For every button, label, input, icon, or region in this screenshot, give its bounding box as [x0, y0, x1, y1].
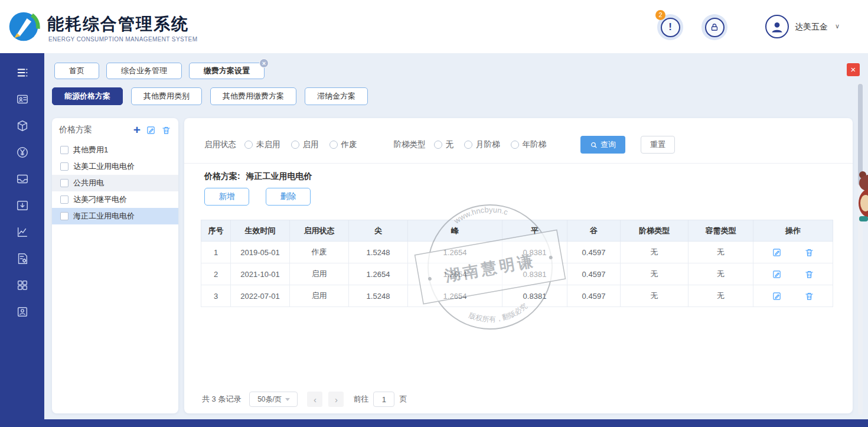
currency-icon[interactable] [0, 139, 44, 165]
table-cell: 0.8381 [502, 263, 567, 285]
delete-row-button[interactable] [804, 291, 814, 301]
lock-button[interactable] [701, 14, 727, 40]
column-header: 启用状态 [290, 220, 349, 242]
checkbox[interactable] [60, 162, 68, 171]
column-header: 谷 [567, 220, 621, 242]
menu-icon[interactable] [0, 59, 44, 86]
edit-row-button[interactable] [772, 291, 782, 301]
add-plan-button[interactable]: + [133, 125, 141, 135]
app-title: 能耗综合管理系统 [47, 13, 189, 35]
checkbox[interactable] [60, 195, 68, 204]
download-icon[interactable] [0, 192, 44, 219]
ladder-filter-label: 阶梯类型 [394, 139, 426, 150]
radio-icon [291, 141, 299, 149]
package-icon[interactable] [0, 112, 44, 139]
sub-tab-2[interactable]: 其他费用类别 [131, 87, 202, 105]
edit-plan-button[interactable] [146, 125, 156, 135]
edit-row-button[interactable] [772, 247, 782, 257]
sub-tab-4[interactable]: 滞纳金方案 [305, 87, 368, 105]
pagination: 共 3 条记录 50条/页 ‹ › 前往 页 [202, 391, 407, 408]
plan-list-item[interactable]: 海正工业用电电价 [52, 208, 178, 224]
status-radio-option[interactable]: 未启用 [244, 139, 280, 150]
table-cell: 2019-05-01 [231, 242, 290, 263]
radio-icon [329, 141, 338, 149]
table-cell: 无 [621, 285, 688, 307]
scrollbar-track[interactable] [858, 83, 863, 415]
inbox-icon[interactable] [0, 165, 44, 192]
table-cell: 无 [688, 242, 753, 263]
user-name[interactable]: 达美五金 [795, 22, 828, 32]
ladder-radio-option[interactable]: 年阶梯 [511, 139, 547, 150]
table-cell: 2021-10-01 [231, 263, 290, 285]
plan-list-item[interactable]: 达美刁继平电价 [52, 191, 178, 208]
plan-list-item[interactable]: 达美工业用电电价 [52, 158, 178, 175]
table-cell: 无 [688, 285, 753, 307]
radio-icon [434, 141, 442, 149]
tab-label: 综合业务管理 [121, 66, 167, 76]
table-cell: 作废 [290, 242, 349, 263]
chevron-down-icon[interactable]: ∨ [835, 22, 840, 30]
price-plan-panel: 价格方案 + 其他费用1达美工业用电电价公共用电达美刁继平电价海正工业用电电价 [52, 118, 178, 413]
lock-icon [705, 18, 725, 37]
page-number-input[interactable] [373, 392, 394, 407]
table-cell: 无 [621, 242, 688, 263]
goto-label: 前往 [353, 394, 368, 405]
delete-row-button[interactable] [804, 247, 814, 257]
table-header-row: 序号生效时间启用状态尖峰平谷阶梯类型容需类型操作 [201, 220, 833, 242]
column-header: 操作 [753, 220, 833, 242]
table-cell: 0.8381 [502, 242, 567, 263]
delete-row-button[interactable] [804, 269, 814, 279]
add-button[interactable]: 新增 [204, 188, 249, 206]
reset-button[interactable]: 重置 [641, 136, 675, 154]
sub-tab-3[interactable]: 其他费用缴费方案 [210, 87, 296, 105]
report-config-icon[interactable] [0, 245, 44, 272]
checkbox[interactable] [60, 179, 68, 187]
page-suffix: 页 [399, 394, 407, 405]
plan-item-label: 达美刁继平电价 [73, 194, 127, 205]
radio-icon [244, 141, 253, 149]
table-cell: 1.2654 [408, 263, 502, 285]
page-size-select[interactable]: 50条/页 [249, 392, 298, 407]
table-cell: 1.5248 [349, 285, 408, 307]
chart-icon[interactable] [0, 219, 44, 245]
status-radio-option[interactable]: 作废 [329, 139, 357, 150]
id-card-icon[interactable] [0, 86, 44, 112]
ladder-radio-option[interactable]: 月阶梯 [464, 139, 500, 150]
tab-close-badge[interactable]: × [259, 58, 269, 68]
total-records: 共 3 条记录 [202, 394, 241, 405]
close-page-button[interactable]: × [847, 63, 860, 76]
checkbox[interactable] [60, 212, 68, 220]
delete-button[interactable]: 删除 [266, 188, 311, 206]
apps-grid-icon[interactable] [0, 272, 44, 298]
query-button[interactable]: 查询 [580, 136, 625, 154]
mascot-widget[interactable] [855, 169, 868, 223]
detail-panel: 启用状态 未启用启用作废 阶梯类型 无月阶梯年阶梯 查询 重置 价格方案: 海正… [184, 118, 853, 413]
badge-icon[interactable] [0, 298, 44, 325]
notification-button[interactable]: ! 2 [657, 14, 683, 40]
plan-list-item[interactable]: 公共用电 [52, 175, 178, 191]
breadcrumb-tab-1[interactable]: 首页 [54, 63, 99, 79]
user-avatar[interactable] [765, 15, 789, 38]
status-filter-label: 启用状态 [204, 139, 236, 150]
tab-label: 其他费用缴费方案 [223, 91, 284, 102]
delete-plan-button[interactable] [161, 125, 171, 135]
app-header: 能耗综合管理系统 ENERGY CONSUMPTION MANAGEMENT S… [0, 0, 868, 53]
status-radio-option[interactable]: 启用 [291, 139, 319, 150]
breadcrumb-tab-2[interactable]: 综合业务管理 [106, 63, 182, 79]
ladder-radio-option[interactable]: 无 [434, 139, 454, 150]
breadcrumb-tab-3[interactable]: 缴费方案设置× [189, 63, 265, 79]
sub-tabs: 能源价格方案其他费用类别其他费用缴费方案滞纳金方案 [52, 87, 368, 105]
bottom-bar [0, 419, 868, 427]
prev-page-button[interactable]: ‹ [307, 392, 322, 407]
plan-item-label: 其他费用1 [73, 145, 108, 155]
checkbox[interactable] [60, 146, 68, 154]
table-cell: 1 [201, 242, 231, 263]
sub-tab-1[interactable]: 能源价格方案 [52, 87, 123, 105]
edit-row-button[interactable] [772, 269, 782, 279]
plan-list-item[interactable]: 其他费用1 [52, 142, 178, 158]
next-page-button[interactable]: › [328, 392, 344, 407]
column-header: 峰 [408, 220, 502, 242]
plan-item-label: 公共用电 [73, 178, 104, 188]
table-cell: 无 [621, 263, 688, 285]
plan-label: 价格方案: [204, 171, 240, 181]
